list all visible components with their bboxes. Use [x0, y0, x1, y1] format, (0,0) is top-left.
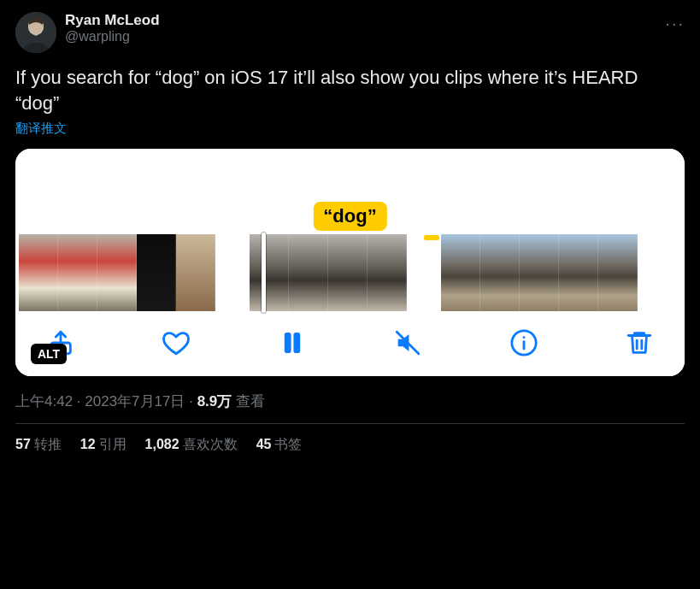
svg-rect-4 [294, 333, 299, 353]
meta-views-label: 查看 [232, 393, 265, 409]
handle: @warpling [65, 29, 160, 44]
clip-thumbnail-group[interactable] [19, 234, 215, 311]
tweet-header: Ryan McLeod @warpling ··· [15, 12, 685, 53]
clip-frame [598, 234, 638, 311]
mute-icon[interactable] [393, 328, 422, 357]
meta-date: 2023年7月17日 [85, 393, 185, 409]
video-timeline[interactable] [15, 234, 685, 311]
stat-likes[interactable]: 1,082喜欢次数 [145, 436, 238, 454]
playhead[interactable] [262, 233, 266, 313]
trash-icon[interactable] [625, 328, 654, 357]
meta-views-count: 8.9万 [197, 393, 232, 409]
avatar[interactable] [15, 12, 56, 53]
clip-frame [250, 234, 289, 311]
clip-frame [97, 234, 137, 311]
clip-frame [441, 234, 480, 311]
clip-frame [19, 234, 58, 311]
alt-badge[interactable]: ALT [31, 344, 67, 364]
media-top: “dog” [15, 149, 685, 234]
heart-icon[interactable] [162, 328, 191, 357]
tweet-container: Ryan McLeod @warpling ··· If you search … [0, 0, 700, 454]
display-name: Ryan McLeod [65, 12, 160, 29]
user-block[interactable]: Ryan McLeod @warpling [65, 12, 160, 44]
stat-quotes[interactable]: 12引用 [80, 436, 126, 454]
clip-frame [520, 234, 559, 311]
more-icon[interactable]: ··· [665, 14, 685, 33]
meta-sep: · [185, 393, 197, 409]
clip-thumbnail-group[interactable] [441, 234, 638, 311]
media-controls [15, 311, 685, 376]
tweet-text: If you search for “dog” on iOS 17 it’ll … [15, 65, 685, 115]
stat-bookmarks[interactable]: 45书签 [256, 436, 303, 454]
clip-frame [368, 234, 407, 311]
clip-frame [328, 234, 368, 311]
clip-frame [480, 234, 520, 311]
clip-frame [289, 234, 328, 311]
tweet-meta[interactable]: 上午4:42 · 2023年7月17日 · 8.9万 查看 [15, 392, 685, 411]
svg-point-8 [522, 337, 525, 339]
pause-icon[interactable] [278, 328, 307, 357]
translate-link[interactable]: 翻译推文 [15, 121, 685, 137]
caption-marker [424, 235, 439, 240]
info-icon[interactable] [509, 328, 538, 357]
media-card[interactable]: “dog” [15, 149, 685, 376]
caption-bubble: “dog” [313, 202, 386, 231]
meta-sep: · [73, 393, 85, 409]
svg-rect-3 [285, 333, 290, 353]
meta-time: 上午4:42 [15, 393, 73, 409]
stat-retweets[interactable]: 57转推 [15, 436, 62, 454]
clip-frame [137, 234, 176, 311]
tweet-stats: 57转推 12引用 1,082喜欢次数 45书签 [15, 424, 685, 454]
clip-thumbnail-group[interactable] [250, 234, 407, 311]
clip-frame [559, 234, 598, 311]
clip-frame [176, 234, 215, 311]
clip-frame [58, 234, 97, 311]
